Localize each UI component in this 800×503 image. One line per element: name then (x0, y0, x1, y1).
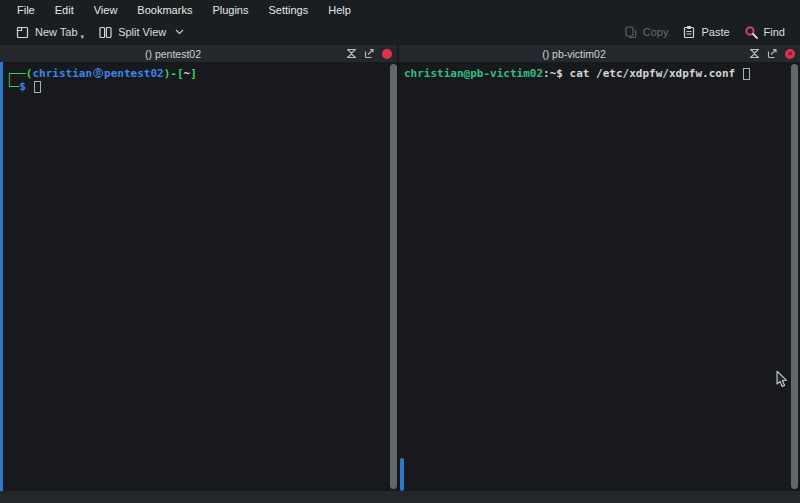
left-pane-scrollbar[interactable] (390, 64, 397, 489)
close-pane-button[interactable]: × (785, 49, 795, 59)
maximize-pane-icon[interactable] (749, 48, 760, 59)
find-icon (744, 25, 759, 40)
find-button[interactable]: Find (737, 22, 792, 43)
right-pane-title: () pb-victim02 (399, 48, 749, 60)
copy-label: Copy (643, 26, 669, 38)
detach-pane-icon[interactable] (767, 48, 778, 59)
detach-pane-icon[interactable] (364, 48, 375, 59)
menu-help[interactable]: Help (319, 2, 360, 18)
new-tab-menu-arrow[interactable]: ▾ (81, 33, 85, 40)
menu-file[interactable]: File (8, 2, 44, 18)
chevron-down-icon (174, 27, 185, 38)
mouse-cursor (776, 371, 790, 389)
konsole-window: File Edit View Bookmarks Plugins Setting… (0, 0, 800, 503)
new-tab-button[interactable]: New Tab ▾ (8, 22, 91, 43)
left-pane-header[interactable]: () pentest02 (0, 45, 397, 62)
terminal-cursor (743, 68, 750, 80)
paste-label: Paste (701, 26, 729, 38)
left-pane-highlight-line (0, 62, 3, 491)
close-pane-button[interactable] (382, 49, 392, 59)
split-view-label: Split View (118, 26, 166, 38)
right-pane-scrollbar[interactable] (791, 64, 798, 489)
right-pane-highlight-line (400, 458, 404, 491)
prompt-line-1: ┌──(christian@pentest02)-[~] (6, 67, 197, 80)
maximize-pane-icon[interactable] (346, 48, 357, 59)
paste-icon (682, 25, 696, 39)
kali-at-symbol: @ (93, 68, 103, 78)
terminal-output: ┌──(christian@pentest02)-[~] └─$ (0, 62, 397, 93)
prompt-line-2: └─$ (6, 80, 41, 93)
left-pane-title: () pentest02 (0, 48, 346, 60)
terminal-pane-pentest02[interactable]: ┌──(christian@pentest02)-[~] └─$ (0, 62, 397, 491)
terminal-cursor (34, 81, 41, 93)
find-label: Find (764, 26, 785, 38)
split-view-button[interactable]: Split View (91, 22, 192, 43)
copy-button: Copy (617, 22, 676, 42)
main-toolbar: New Tab ▾ Split View Copy Paste (0, 19, 800, 45)
new-tab-icon (15, 25, 30, 40)
menu-bar: File Edit View Bookmarks Plugins Setting… (0, 0, 800, 19)
window-bottom-strip (0, 491, 800, 503)
new-tab-label: New Tab (35, 26, 78, 38)
paste-button[interactable]: Paste (675, 22, 736, 42)
menu-plugins[interactable]: Plugins (203, 2, 257, 18)
menu-view[interactable]: View (85, 2, 127, 18)
pane-divider[interactable] (397, 62, 399, 491)
command-line: christian@pb-victim02:~$ cat /etc/xdpfw/… (404, 67, 750, 80)
copy-icon (624, 25, 638, 39)
menu-bookmarks[interactable]: Bookmarks (128, 2, 201, 18)
menu-settings[interactable]: Settings (259, 2, 317, 18)
terminal-output: christian@pb-victim02:~$ cat /etc/xdpfw/… (399, 62, 800, 80)
split-view-icon (98, 25, 113, 40)
menu-edit[interactable]: Edit (46, 2, 83, 18)
right-pane-header[interactable]: () pb-victim02 × (399, 45, 800, 62)
terminal-pane-pb-victim02[interactable]: christian@pb-victim02:~$ cat /etc/xdpfw/… (399, 62, 800, 491)
